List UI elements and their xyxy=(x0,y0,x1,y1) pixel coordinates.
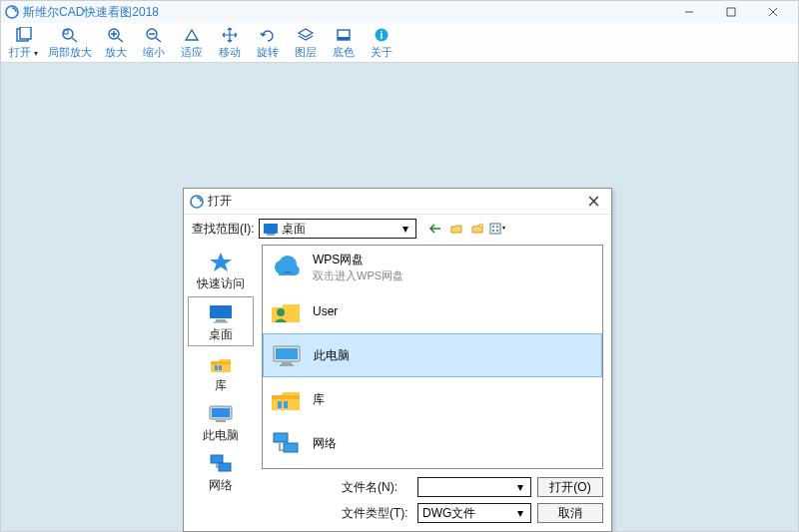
item-name: 此电脑 xyxy=(314,347,350,364)
minimize-button[interactable] xyxy=(668,2,710,22)
cancel-button[interactable]: 取消 xyxy=(537,503,603,523)
libraries-icon xyxy=(269,382,303,416)
svg-rect-38 xyxy=(274,433,288,442)
app-title: 斯维尔CAD快速看图2018 xyxy=(23,4,159,21)
svg-rect-39 xyxy=(284,443,298,452)
layers-icon xyxy=(297,26,315,44)
svg-rect-21 xyxy=(214,321,228,323)
filetype-value: DWG文件 xyxy=(422,505,508,522)
svg-rect-41 xyxy=(279,449,284,451)
svg-rect-27 xyxy=(216,420,226,422)
thispc-icon xyxy=(207,401,235,427)
dialog-icon xyxy=(190,195,204,209)
tool-fit-label: 适应 xyxy=(181,45,203,60)
tool-about[interactable]: i 关于 xyxy=(364,25,400,61)
tool-rotate[interactable]: 旋转 xyxy=(250,25,286,61)
dialog-close-button[interactable] xyxy=(581,192,605,212)
svg-rect-1 xyxy=(727,8,735,16)
chevron-down-icon: ▾ xyxy=(512,505,528,521)
list-item[interactable]: 网络 xyxy=(263,421,602,465)
desktop-icon xyxy=(264,224,278,234)
open-icon xyxy=(15,26,33,44)
svg-rect-35 xyxy=(272,395,300,399)
libraries-icon xyxy=(207,351,235,377)
place-libraries[interactable]: 库 xyxy=(188,348,254,396)
network-icon xyxy=(269,426,303,460)
place-quick-access[interactable]: 快速访问 xyxy=(188,247,254,294)
filetype-combo[interactable]: DWG文件 ▾ xyxy=(417,503,531,523)
open-dialog: 打开 查找范围(I): 桌面 ▾ xyxy=(183,188,612,532)
place-desktop[interactable]: 桌面 xyxy=(188,296,254,346)
view-menu-icon[interactable] xyxy=(489,220,507,238)
svg-rect-22 xyxy=(211,361,231,364)
svg-rect-23 xyxy=(215,365,218,370)
svg-rect-33 xyxy=(282,362,292,364)
file-list[interactable]: WPS网盘 双击进入WPS网盘 User xyxy=(262,245,603,469)
about-icon: i xyxy=(373,26,391,44)
open-button-label: 打开(O) xyxy=(549,479,590,496)
list-item[interactable]: 库 xyxy=(263,377,602,421)
svg-rect-16 xyxy=(496,226,498,228)
tool-layers[interactable]: 图层 xyxy=(288,25,324,61)
rotate-icon xyxy=(259,26,277,44)
up-folder-icon[interactable] xyxy=(447,220,465,238)
close-button[interactable] xyxy=(752,2,794,22)
svg-rect-37 xyxy=(284,401,288,408)
svg-rect-14 xyxy=(490,224,500,234)
lookin-row: 查找范围(I): 桌面 ▾ xyxy=(184,215,611,243)
quick-access-icon xyxy=(207,250,235,275)
item-name: WPS网盘 xyxy=(313,252,403,268)
tool-zoom-out[interactable]: 缩小 xyxy=(136,25,172,61)
svg-rect-17 xyxy=(492,230,494,232)
file-area: WPS网盘 双击进入WPS网盘 User xyxy=(258,243,611,531)
lookin-combo[interactable]: 桌面 ▾ xyxy=(259,219,416,239)
list-item-selected[interactable]: 此电脑 xyxy=(263,333,602,377)
place-quick-access-label: 快速访问 xyxy=(197,275,245,292)
svg-rect-26 xyxy=(212,408,230,417)
maximize-button[interactable] xyxy=(710,2,752,22)
place-libraries-label: 库 xyxy=(215,377,227,394)
svg-rect-20 xyxy=(216,319,226,321)
move-icon xyxy=(221,26,239,44)
app-window: 斯维尔CAD快速看图2018 打开 ▾ 局部放大 xyxy=(0,0,799,532)
thispc-icon xyxy=(270,338,304,372)
place-network[interactable]: 网络 xyxy=(188,448,254,496)
list-item[interactable]: WPS网盘 双击进入WPS网盘 xyxy=(263,246,602,289)
svg-rect-19 xyxy=(210,305,232,318)
cancel-button-label: 取消 xyxy=(558,505,582,522)
svg-rect-40 xyxy=(279,443,281,449)
svg-text:i: i xyxy=(381,30,384,41)
back-icon[interactable] xyxy=(426,220,444,238)
tool-zoom-area-label: 局部放大 xyxy=(48,45,92,60)
tool-zoom-area[interactable]: 局部放大 xyxy=(44,25,96,61)
item-name: 网络 xyxy=(313,435,337,452)
place-thispc[interactable]: 此电脑 xyxy=(188,398,254,446)
filename-combo[interactable]: ▾ xyxy=(417,477,531,497)
lookin-label: 查找范围(I): xyxy=(192,221,255,238)
svg-rect-28 xyxy=(211,455,223,463)
toolbar: 打开 ▾ 局部放大 放大 缩小 适应 xyxy=(1,23,798,63)
tool-bgcolor[interactable]: 底色 xyxy=(326,25,362,61)
chevron-down-icon: ▾ xyxy=(32,49,38,58)
tool-fit[interactable]: 适应 xyxy=(174,25,210,61)
tool-layers-label: 图层 xyxy=(295,45,317,60)
network-icon xyxy=(207,451,235,477)
svg-point-30 xyxy=(277,308,285,316)
tool-open[interactable]: 打开 ▾ xyxy=(5,25,42,61)
new-folder-icon[interactable] xyxy=(468,220,486,238)
list-item[interactable]: User xyxy=(263,289,602,333)
dialog-body: 快速访问 桌面 库 xyxy=(184,243,611,531)
dialog-titlebar: 打开 xyxy=(184,189,611,215)
app-icon xyxy=(5,5,19,19)
bgcolor-icon xyxy=(335,26,353,44)
lookin-value: 桌面 xyxy=(282,221,394,238)
tool-zoom-in[interactable]: 放大 xyxy=(98,25,134,61)
filetype-label: 文件类型(T): xyxy=(342,505,411,522)
zoom-area-icon xyxy=(61,26,79,44)
svg-rect-24 xyxy=(219,365,222,370)
open-button[interactable]: 打开(O) xyxy=(537,477,603,497)
chevron-down-icon: ▾ xyxy=(512,479,528,495)
user-folder-icon xyxy=(269,294,303,328)
tool-move[interactable]: 移动 xyxy=(212,25,248,61)
svg-rect-36 xyxy=(278,401,282,408)
